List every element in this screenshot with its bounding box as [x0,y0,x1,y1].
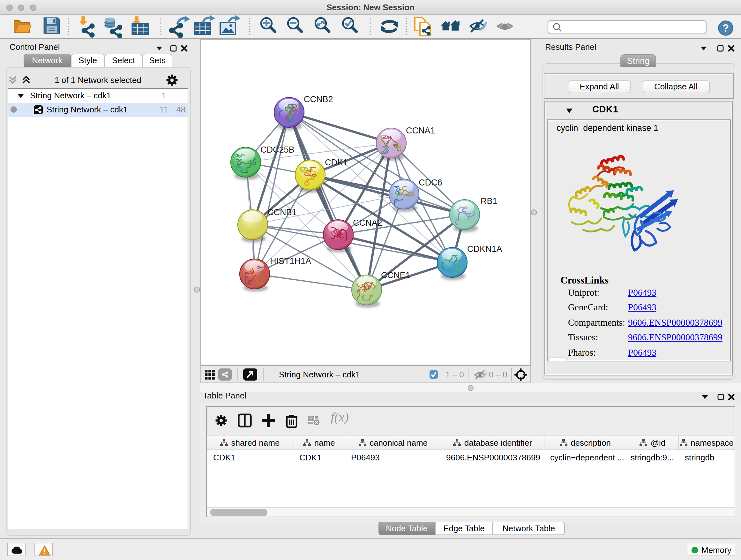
svg-text:CDK1: CDK1 [325,158,348,167]
svg-text:RB1: RB1 [481,196,497,206]
svg-text:CDC6: CDC6 [419,178,442,187]
svg-text:CCNA1: CCNA1 [406,126,435,135]
svg-text:CCNE1: CCNE1 [381,270,410,280]
svg-text:HIST1H1A: HIST1H1A [270,256,311,266]
svg-text:CCNB1: CCNB1 [267,207,297,217]
svg-text:CCNB2: CCNB2 [304,95,333,104]
svg-text:CDC25B: CDC25B [260,145,294,154]
svg-text:?: ? [723,22,729,34]
svg-text:CDKN1A: CDKN1A [467,244,502,254]
svg-text:CCNA2: CCNA2 [353,218,382,228]
